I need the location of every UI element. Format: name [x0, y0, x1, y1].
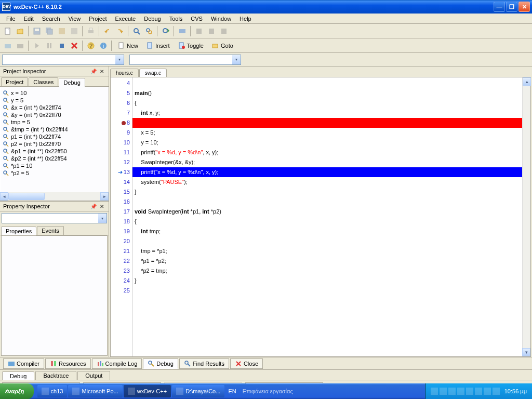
- menu-file[interactable]: File: [2, 15, 20, 23]
- menu-project[interactable]: Project: [85, 15, 111, 23]
- save-icon[interactable]: [31, 25, 43, 37]
- bottom-tab-resources[interactable]: Resources: [45, 358, 91, 369]
- inspector-tab-debug[interactable]: Debug: [59, 78, 85, 87]
- find-next-icon[interactable]: [160, 25, 171, 37]
- tray-icon[interactable]: [431, 388, 438, 395]
- editor-body: 456789101112➔13141516171819202122232425 …: [110, 77, 531, 357]
- watch-item[interactable]: &tmp = (int *) 0x22ff44: [2, 126, 107, 133]
- inspector-tab-classes[interactable]: Classes: [29, 77, 58, 86]
- inspector-tab-project[interactable]: Project: [1, 77, 28, 86]
- open-icon[interactable]: [15, 25, 26, 37]
- property-tab-properties[interactable]: Properties: [1, 227, 36, 235]
- redo-icon[interactable]: [114, 25, 126, 37]
- menu-edit[interactable]: Edit: [20, 15, 38, 23]
- inspector-hscroll[interactable]: ◂▸: [0, 192, 109, 201]
- taskbar-item[interactable]: ch13: [37, 385, 68, 397]
- tray-icon[interactable]: [448, 388, 456, 395]
- new-button[interactable]: New: [114, 40, 142, 51]
- bottom-tab-compiler[interactable]: Compiler: [3, 358, 44, 369]
- maximize-button[interactable]: ❐: [506, 2, 517, 12]
- debug-tab-backtrace[interactable]: Backtrace: [35, 371, 76, 380]
- close-button[interactable]: ✕: [518, 2, 530, 12]
- menu-cvs[interactable]: CVS: [187, 15, 207, 23]
- help-icon[interactable]: ?: [85, 40, 97, 51]
- watch-item[interactable]: y = 5: [2, 97, 107, 104]
- menu-search[interactable]: Search: [38, 15, 64, 23]
- tray-icon[interactable]: [475, 388, 482, 395]
- tray-icon[interactable]: [466, 388, 473, 395]
- language-indicator[interactable]: EN: [225, 388, 239, 394]
- debug-tab-output[interactable]: Output: [77, 371, 110, 380]
- menu-debug[interactable]: Debug: [140, 15, 165, 23]
- editor-vscroll[interactable]: ▴ ▾: [522, 77, 530, 356]
- tray-icon[interactable]: [484, 388, 491, 395]
- save-as-icon[interactable]: [56, 25, 68, 37]
- tray-icon[interactable]: [457, 388, 464, 395]
- method-combo[interactable]: ▾: [129, 55, 241, 65]
- code-editor[interactable]: main(){ int x, y; x = 5; y = 10; printf(…: [132, 77, 522, 356]
- class-combo[interactable]: ▾: [2, 55, 124, 65]
- menu-window[interactable]: Window: [207, 15, 235, 23]
- watch-item[interactable]: &y = (int *) 0x22ff70: [2, 111, 107, 118]
- menu-tools[interactable]: Tools: [165, 15, 187, 23]
- watch-item[interactable]: &p2 = (int **) 0x22ff54: [2, 155, 107, 162]
- pause-icon[interactable]: [44, 40, 55, 51]
- tool-icon[interactable]: [15, 40, 26, 51]
- new-file-icon[interactable]: [2, 25, 14, 37]
- undo-icon[interactable]: [102, 25, 113, 37]
- start-button[interactable]: έναρξη: [0, 383, 34, 399]
- bottom-tab-find-results[interactable]: Find Results: [179, 358, 229, 369]
- insert-button[interactable]: Insert: [143, 40, 174, 51]
- tool-icon[interactable]: [2, 40, 14, 51]
- property-tab-events[interactable]: Events: [37, 226, 64, 235]
- tray-icon[interactable]: [440, 388, 447, 395]
- tray-icon[interactable]: [493, 388, 500, 395]
- watch-item[interactable]: tmp = 5: [2, 118, 107, 126]
- debug-tab-debug[interactable]: Debug: [2, 371, 34, 380]
- goto-button[interactable]: Goto: [208, 40, 237, 51]
- save-all-icon[interactable]: [44, 25, 55, 37]
- editor-tab[interactable]: hours.c: [110, 69, 139, 77]
- about-icon[interactable]: i: [98, 40, 109, 51]
- property-combo[interactable]: ▾: [2, 213, 107, 223]
- find-icon[interactable]: [131, 25, 142, 37]
- gutter[interactable]: 456789101112➔13141516171819202122232425: [111, 77, 132, 356]
- abort-icon[interactable]: [69, 40, 80, 51]
- bottom-tab-close[interactable]: Close: [230, 358, 263, 369]
- print-icon[interactable]: [85, 25, 97, 37]
- menu-execute[interactable]: Execute: [111, 15, 140, 23]
- watch-item[interactable]: *p1 = 10: [2, 162, 107, 169]
- inspector-body[interactable]: x = 10y = 5&x = (int *) 0x22ff74&y = (in…: [0, 87, 109, 192]
- close-panel-icon[interactable]: ✕: [98, 204, 105, 209]
- bottom-tab-debug[interactable]: Debug: [143, 358, 178, 369]
- bottom-tab-compile-log[interactable]: Compile Log: [92, 358, 142, 369]
- toggle-button[interactable]: Toggle: [175, 40, 207, 51]
- pin-icon[interactable]: 📌: [89, 69, 98, 74]
- menu-view[interactable]: View: [64, 15, 85, 23]
- editor-tab[interactable]: swap.c: [139, 69, 167, 77]
- watch-item[interactable]: &x = (int *) 0x22ff74: [2, 104, 107, 111]
- system-tray[interactable]: 10:56 μμ: [425, 383, 532, 399]
- compile-run-icon[interactable]: [206, 25, 217, 37]
- menu-help[interactable]: Help: [235, 15, 256, 23]
- svg-rect-60: [100, 361, 101, 366]
- run-icon[interactable]: [193, 25, 205, 37]
- close-file-icon[interactable]: [69, 25, 80, 37]
- taskbar-item[interactable]: D:\maya\Co...: [172, 385, 224, 397]
- close-panel-icon[interactable]: ✕: [98, 69, 105, 74]
- watch-item[interactable]: p1 = (int *) 0x22ff74: [2, 133, 107, 140]
- play-icon[interactable]: [31, 40, 43, 51]
- watch-item[interactable]: x = 10: [2, 89, 107, 97]
- rebuild-icon[interactable]: [218, 25, 230, 37]
- watch-item[interactable]: p2 = (int *) 0x22ff70: [2, 140, 107, 148]
- taskbar-item[interactable]: Microsoft Po...: [68, 385, 122, 397]
- replace-icon[interactable]: [143, 25, 155, 37]
- compile-icon[interactable]: [177, 25, 188, 37]
- minimize-button[interactable]: ―: [494, 2, 505, 12]
- watch-item[interactable]: &p1 = (int **) 0x22ff50: [2, 148, 107, 155]
- watch-item[interactable]: *p2 = 5: [2, 169, 107, 177]
- taskbar-item[interactable]: wxDev-C++: [124, 385, 171, 397]
- stop-icon[interactable]: [56, 40, 68, 51]
- pin-icon[interactable]: 📌: [89, 204, 98, 209]
- svg-rect-18: [5, 44, 11, 48]
